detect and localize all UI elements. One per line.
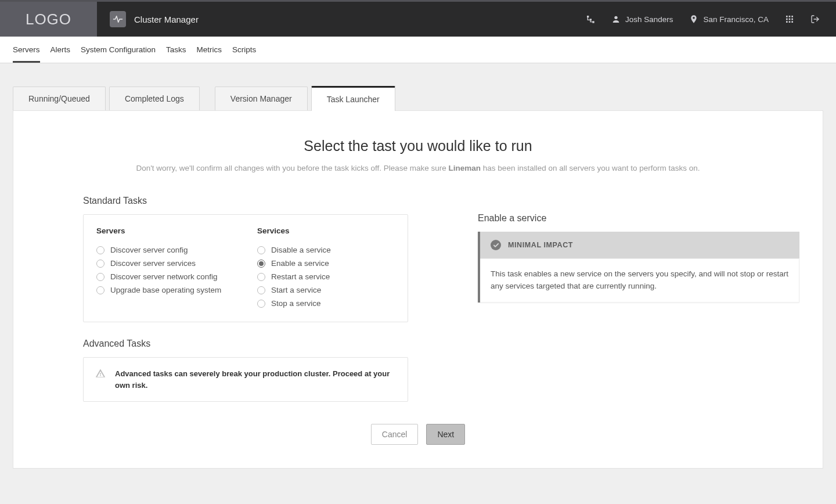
nav-item-scripts[interactable]: Scripts [232,38,256,63]
advanced-warning-text: Advanced tasks can severely break your p… [115,368,396,391]
task-detail-body: This task enables a new service on the s… [480,258,799,303]
radio-icon [96,260,105,268]
svg-rect-6 [791,16,793,17]
task-detail-title: Enable a service [478,213,799,224]
task-group-servers: ServersDiscover server configDiscover se… [96,226,234,310]
svg-rect-0 [587,16,589,17]
next-button[interactable]: Next [426,424,465,445]
task-group-title: Services [257,226,395,235]
tab-completed-logs[interactable]: Completed Logs [109,87,200,110]
apps-icon[interactable] [785,15,794,24]
impact-badge-text: MINIMAL IMPACT [508,241,573,249]
user-menu[interactable]: Josh Sanders [611,15,673,24]
task-option[interactable]: Disable a service [257,243,395,257]
tree-icon[interactable] [586,15,595,24]
task-option[interactable]: Discover server services [96,257,234,270]
location-icon [689,15,698,24]
task-option-label: Disable a service [271,246,331,254]
task-option-label: Discover server config [110,246,188,254]
tabs-row: Running/QueuedCompleted LogsVersion Mana… [13,85,823,110]
task-option-label: Start a service [271,286,321,294]
tab-task-launcher[interactable]: Task Launcher [311,86,395,111]
impact-badge: MINIMAL IMPACT [480,232,799,258]
warning-icon [95,368,106,379]
radio-icon [257,300,265,308]
heartbeat-icon [110,11,126,27]
location-menu[interactable]: San Francisco, CA [689,15,769,24]
radio-icon [96,246,105,254]
logout-icon[interactable] [810,15,820,24]
task-option-label: Stop a service [271,299,321,308]
task-group-title: Servers [96,226,234,235]
wizard-actions: Cancel Next [37,424,799,445]
task-option[interactable]: Stop a service [257,297,395,310]
svg-rect-11 [789,21,791,23]
radio-icon [96,286,105,294]
task-option[interactable]: Discover server network config [96,270,234,283]
svg-rect-12 [791,21,793,23]
logo[interactable]: LOGO [0,2,97,37]
task-option[interactable]: Upgrade base operating system [96,283,234,297]
nav-item-alerts[interactable]: Alerts [51,38,71,63]
tab-version-manager[interactable]: Version Manager [215,87,308,110]
topbar: LOGO Cluster Manager [0,0,836,37]
page-body: Running/QueuedCompleted LogsVersion Mana… [0,63,836,492]
app-title-group: Cluster Manager [97,11,199,27]
nav-item-servers[interactable]: Servers [13,38,40,63]
radio-icon [257,260,265,268]
task-group-services: ServicesDisable a serviceEnable a servic… [257,226,395,310]
task-option-label: Discover server network config [110,272,218,281]
task-detail-card: MINIMAL IMPACT This task enables a new s… [478,232,799,303]
page-subtitle: Don't worry, we'll confirm all changes w… [37,164,799,172]
svg-rect-2 [592,21,594,23]
svg-rect-9 [791,19,793,20]
page-title: Select the tast you would like to run [37,138,799,154]
topbar-right: Josh Sanders San Francisco, CA [586,15,836,24]
nav-item-tasks[interactable]: Tasks [166,38,186,63]
cancel-button[interactable]: Cancel [371,424,419,445]
tab-running-queued[interactable]: Running/Queued [13,87,106,110]
svg-rect-5 [789,16,791,17]
standard-tasks-card: ServersDiscover server configDiscover se… [83,214,408,322]
task-option-label: Restart a service [271,272,330,281]
task-option-label: Discover server services [110,259,196,268]
nav-item-system-configuration[interactable]: System Configuration [81,38,156,63]
app-title: Cluster Manager [134,15,199,24]
nav-item-metrics[interactable]: Metrics [197,38,222,63]
svg-rect-1 [590,19,592,20]
svg-rect-7 [786,19,788,20]
advanced-warning-card: Advanced tasks can severely break your p… [83,357,408,402]
task-option[interactable]: Restart a service [257,270,395,283]
task-option[interactable]: Enable a service [257,257,395,270]
user-icon [611,15,621,24]
task-option[interactable]: Discover server config [96,243,234,257]
svg-rect-8 [789,19,791,20]
location-text: San Francisco, CA [703,15,769,24]
svg-rect-10 [786,21,788,23]
advanced-tasks-label: Advanced Tasks [83,339,408,349]
task-option-label: Enable a service [271,259,329,268]
user-name: Josh Sanders [625,15,673,24]
standard-tasks-label: Standard Tasks [83,196,408,206]
radio-icon [257,246,265,254]
radio-icon [257,286,265,294]
task-option[interactable]: Start a service [257,283,395,297]
svg-point-3 [614,16,617,19]
svg-rect-4 [786,16,788,17]
main-nav: ServersAlertsSystem ConfigurationTasksMe… [0,37,836,63]
radio-icon [96,273,105,281]
task-launcher-panel: Select the tast you would like to run Do… [13,110,823,469]
check-circle-icon [491,240,501,250]
radio-icon [257,273,265,281]
task-option-label: Upgrade base operating system [110,286,221,294]
